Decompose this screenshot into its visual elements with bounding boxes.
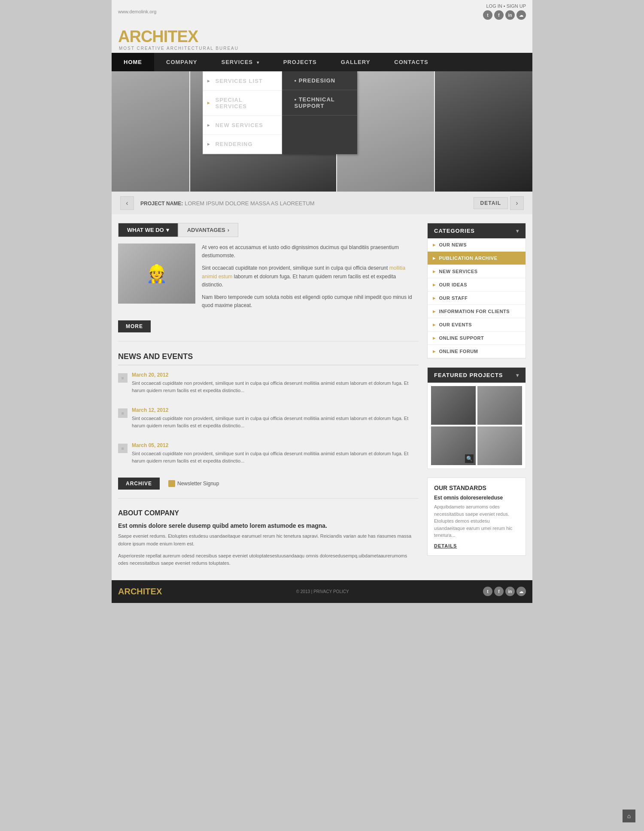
services-dropdown-arrow: ▾ <box>257 60 259 65</box>
news-actions: ARCHIVE Newsletter Signup <box>118 478 419 490</box>
category-item-4[interactable]: OUR IDEAS <box>428 278 526 292</box>
category-item-5[interactable]: OUR STAFF <box>428 292 526 305</box>
site-footer: ARCHITEX © 2013 | PRIVACY POLICY t f in … <box>112 580 532 603</box>
what-we-do-description: At vero eos et accusamus et iusto odio d… <box>202 244 419 314</box>
auth-links: LOG IN • SIGN UP <box>486 3 526 9</box>
about-subtitle: Est omnis dolore serele dusemp quibd ame… <box>118 522 419 529</box>
twitter-icon[interactable]: t <box>483 10 492 20</box>
featured-projects-title: FEATURED PROJECTS <box>434 372 503 378</box>
dropdown-item-rendering[interactable]: Rendering <box>203 135 282 154</box>
nav-link-projects[interactable]: PROJECTS <box>271 53 329 71</box>
our-standards-title: OUR STANDARDS <box>434 484 519 491</box>
nav-item-services[interactable]: SERVICES ▾ Services List Special Service… <box>209 53 271 71</box>
sub-dropdown-item-predesign[interactable]: Predesign <box>282 71 357 90</box>
archive-button[interactable]: ARCHIVE <box>118 478 160 490</box>
newsletter-label: Newsletter Signup <box>177 481 219 487</box>
news-item-content-1: March 20, 2012 Sint occaecati cupiditate… <box>132 372 419 394</box>
news-item-icon-1: ≡ <box>118 373 128 383</box>
sub-dropdown-item-technical-support[interactable]: Technical Support <box>282 90 357 116</box>
category-item-8[interactable]: ONLINE SUPPORT <box>428 332 526 345</box>
nav-item-projects[interactable]: PROJECTS <box>271 53 329 71</box>
category-item-2[interactable]: PUBLICATION ARCHIVE <box>428 252 526 265</box>
slider-prev-button[interactable]: ‹ <box>120 196 134 210</box>
news-date-2: March 12, 2012 <box>132 407 419 413</box>
dropdown-item-special-services[interactable]: Special Services <box>203 91 282 116</box>
featured-projects-header: FEATURED PROJECTS ▾ <box>428 368 526 383</box>
category-link-9[interactable]: ONLINE FORUM <box>428 345 526 358</box>
categories-toggle[interactable]: ▾ <box>516 228 519 234</box>
signup-link[interactable]: SIGN UP <box>507 3 526 9</box>
slide-detail-button[interactable]: DETAIL <box>474 197 508 209</box>
about-text-2: Asperioreste repellat aurerum odesd nece… <box>118 552 419 567</box>
nav-item-gallery[interactable]: GALLERY <box>329 53 383 71</box>
advantages-tab[interactable]: ADVANTAGES › <box>178 223 238 237</box>
category-link-6[interactable]: INFORMATION FOR CLIENTS <box>428 305 526 318</box>
categories-header: CATEGORIES ▾ <box>428 223 526 238</box>
category-link-7[interactable]: OUR EVENTS <box>428 318 526 331</box>
category-link-5[interactable]: OUR STAFF <box>428 292 526 304</box>
services-dropdown: Services List Special Services New Servi… <box>203 71 357 154</box>
nav-link-contacts[interactable]: CONTACTS <box>382 53 440 71</box>
divider-1 <box>118 341 419 341</box>
site-logo[interactable]: ARCHITEX MOST CREATIVE ARCHITECTURAL BUR… <box>118 27 239 51</box>
linkedin-icon[interactable]: in <box>505 10 515 20</box>
what-we-do-tab[interactable]: WHAT WE DO ▾ <box>118 223 178 237</box>
category-item-1[interactable]: OUR NEWS <box>428 238 526 252</box>
newsletter-link[interactable]: Newsletter Signup <box>168 480 219 487</box>
category-item-9[interactable]: ONLINE FORUM <box>428 345 526 358</box>
footer-copyright: © 2013 | PRIVACY POLICY <box>296 589 349 594</box>
main-content: WHAT WE DO ▾ ADVANTAGES › 👷 At vero eos … <box>112 214 532 580</box>
category-item-7[interactable]: OUR EVENTS <box>428 318 526 332</box>
what-we-do-image: 👷 <box>118 244 195 304</box>
login-link[interactable]: LOG IN <box>486 3 502 9</box>
nav-link-home[interactable]: HOME <box>112 53 154 71</box>
zoom-icon[interactable]: 🔍 <box>465 454 474 463</box>
footer-twitter-icon[interactable]: t <box>483 587 492 596</box>
category-link-4[interactable]: OUR IDEAS <box>428 278 526 291</box>
category-item-6[interactable]: INFORMATION FOR CLIENTS <box>428 305 526 318</box>
dropdown-item-services-list[interactable]: Services List <box>203 72 282 91</box>
category-link-8[interactable]: ONLINE SUPPORT <box>428 332 526 344</box>
featured-projects-section: FEATURED PROJECTS ▾ 🔍 <box>427 367 526 469</box>
rss-icon[interactable]: ☁ <box>516 10 526 20</box>
what-we-do-toggle: ▾ <box>166 227 169 233</box>
featured-img-2[interactable] <box>477 386 522 425</box>
nav-item-home[interactable]: HOME <box>112 53 154 71</box>
logo-text: ARCHITEX <box>118 27 239 46</box>
category-item-3[interactable]: NEW SERVICES <box>428 265 526 278</box>
news-item-1: ≡ March 20, 2012 Sint occaecati cupidita… <box>118 372 419 401</box>
footer-social-icons: t f in ☁ <box>483 587 526 596</box>
nav-link-gallery[interactable]: GALLERY <box>329 53 383 71</box>
footer-left: ARCHITEX <box>118 587 162 597</box>
site-tagline: MOST CREATIVE ARCHITECTURAL BUREAU <box>119 46 239 51</box>
dropdown-item-new-services[interactable]: New Services <box>203 116 282 135</box>
featured-img-3[interactable]: 🔍 <box>431 426 476 465</box>
footer-rss-icon[interactable]: ☁ <box>516 587 526 596</box>
news-text-3: Sint occaecati cupiditate non provident,… <box>132 450 419 464</box>
category-link-1[interactable]: OUR NEWS <box>428 238 526 251</box>
nav-item-contacts[interactable]: CONTACTS <box>382 53 440 71</box>
advantages-arrow: › <box>228 227 229 233</box>
featured-img-1[interactable] <box>431 386 476 425</box>
news-section: NEWS AND EVENTS ≡ March 20, 2012 Sint oc… <box>118 352 419 490</box>
nav-item-company[interactable]: COMPANY <box>154 53 209 71</box>
standards-details-link[interactable]: DETAILS <box>434 543 457 548</box>
news-item-content-3: March 05, 2012 Sint occaecati cupiditate… <box>132 442 419 464</box>
categories-title: CATEGORIES <box>434 228 475 234</box>
footer-logo: ARCHITEX <box>118 587 162 597</box>
category-link-2[interactable]: PUBLICATION ARCHIVE <box>428 252 526 265</box>
category-link-3[interactable]: NEW SERVICES <box>428 265 526 278</box>
featured-projects-toggle[interactable]: ▾ <box>516 372 519 378</box>
news-item-content-2: March 12, 2012 Sint occaecati cupiditate… <box>132 407 419 429</box>
nav-link-services[interactable]: SERVICES ▾ <box>209 53 271 71</box>
footer-facebook-icon[interactable]: f <box>494 587 504 596</box>
slider-next-button[interactable]: › <box>510 196 524 210</box>
footer-linkedin-icon[interactable]: in <box>505 587 515 596</box>
news-text-2: Sint occaecati cupiditate non provident,… <box>132 415 419 429</box>
top-right: LOG IN • SIGN UP t f in ☁ <box>483 3 526 20</box>
facebook-icon[interactable]: f <box>494 10 504 20</box>
featured-img-4[interactable] <box>477 426 522 465</box>
more-button[interactable]: MORE <box>118 320 151 332</box>
nav-link-company[interactable]: COMPANY <box>154 53 209 71</box>
about-text-1: Saepe eveniet redums. Etoluptes estudesu… <box>118 533 419 548</box>
